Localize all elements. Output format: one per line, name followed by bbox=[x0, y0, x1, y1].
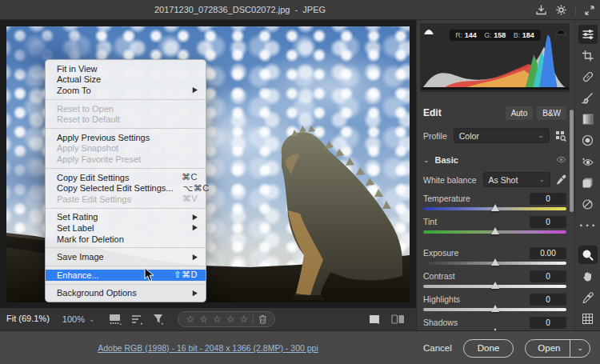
bw-button[interactable]: B&W bbox=[537, 106, 566, 120]
section-visibility-eye-icon[interactable] bbox=[556, 156, 566, 163]
linear-gradient-tool-icon[interactable] bbox=[578, 110, 598, 129]
histogram[interactable]: R: 144 G: 158 B: 184 bbox=[420, 23, 570, 92]
menu-item-zoom-to[interactable]: Zoom To▶ bbox=[46, 85, 206, 96]
shadows-value[interactable]: 0 bbox=[530, 317, 566, 329]
exposure-thumb[interactable] bbox=[491, 258, 499, 266]
menu-item-copy-edit-settings[interactable]: Copy Edit Settings⌘C bbox=[46, 172, 206, 183]
exposure-track[interactable] bbox=[423, 262, 566, 265]
star-rating-3[interactable]: ☆ bbox=[213, 314, 222, 324]
menu-item-copy-selected-edit-settings[interactable]: Copy Selected Edit Settings...⌥⌘C bbox=[46, 182, 206, 194]
grid-overlay-tool-icon[interactable] bbox=[578, 310, 598, 329]
white-balance-dropdown[interactable]: As Shot ⌄ bbox=[483, 172, 550, 187]
slider-exposure: Exposure0.00 bbox=[423, 246, 566, 265]
star-rating-4[interactable]: ☆ bbox=[226, 314, 235, 324]
context-menu-group: Save Image▶ bbox=[46, 251, 206, 262]
menu-item-set-rating[interactable]: Set Rating▶ bbox=[46, 212, 206, 223]
trash-icon[interactable] bbox=[258, 314, 267, 324]
highlights-value[interactable]: 0 bbox=[530, 294, 566, 306]
menu-item-mark-for-deletion[interactable]: Mark for Deletion bbox=[46, 234, 206, 245]
context-menu: Fit in View Actual Size Zoom To▶ Reset t… bbox=[45, 59, 206, 302]
tint-track[interactable] bbox=[423, 230, 566, 234]
open-button[interactable]: Open ⌄ bbox=[525, 339, 590, 358]
hand-tool-icon[interactable] bbox=[578, 266, 598, 286]
context-menu-group: Fit in View Actual Size Zoom To▶ bbox=[46, 63, 206, 96]
filter-icon[interactable] bbox=[153, 314, 165, 325]
menu-item-background-options[interactable]: Background Options▶ bbox=[46, 288, 206, 299]
context-menu-group: Set Rating▶ Set Label▶ Mark for Deletion bbox=[46, 212, 206, 245]
temperature-thumb[interactable] bbox=[491, 204, 499, 211]
fit-zoom-tab[interactable]: Fit (69.1%) bbox=[6, 314, 50, 326]
chevron-down-icon[interactable]: ⌄ bbox=[570, 344, 590, 352]
menu-item-apply-previous-settings[interactable]: Apply Previous Settings bbox=[46, 132, 206, 143]
slider-temperature: Temperature0 bbox=[423, 192, 566, 210]
highlights-thumb[interactable] bbox=[491, 305, 499, 312]
temperature-value[interactable]: 0 bbox=[530, 193, 566, 205]
contrast-track[interactable] bbox=[423, 285, 566, 288]
profile-browser-icon[interactable] bbox=[555, 130, 566, 142]
more-options-icon[interactable]: • • • bbox=[578, 216, 598, 235]
context-menu-group: Enhance...⇧⌘D bbox=[46, 270, 206, 281]
healing-tool-icon[interactable] bbox=[578, 67, 598, 86]
menu-item-set-label[interactable]: Set Label▶ bbox=[46, 222, 206, 234]
before-after-view-icon[interactable] bbox=[391, 314, 405, 324]
crop-tool-icon[interactable] bbox=[578, 46, 598, 66]
white-balance-eyedropper-icon[interactable] bbox=[556, 174, 566, 185]
zoom-tool-icon[interactable] bbox=[578, 246, 598, 265]
snapshots-tool-icon[interactable] bbox=[578, 195, 598, 214]
exposure-value[interactable]: 0.00 bbox=[530, 247, 566, 259]
photo-canvas[interactable]: Fit in View Actual Size Zoom To▶ Reset t… bbox=[6, 26, 410, 302]
menu-item-enhance[interactable]: Enhance...⇧⌘D bbox=[46, 270, 206, 281]
submenu-arrow-icon: ▶ bbox=[193, 289, 198, 297]
star-rating-1[interactable]: ☆ bbox=[186, 314, 194, 324]
slider-shadows: Shadows0 bbox=[423, 316, 566, 330]
cancel-button[interactable]: Cancel bbox=[423, 343, 452, 353]
context-menu-group: Background Options▶ bbox=[46, 288, 206, 299]
highlights-track[interactable] bbox=[423, 308, 566, 311]
submenu-arrow-icon: ▶ bbox=[193, 253, 198, 261]
contrast-thumb[interactable] bbox=[491, 282, 499, 289]
contrast-value[interactable]: 0 bbox=[530, 270, 566, 282]
menu-separator bbox=[46, 247, 206, 248]
menu-separator bbox=[46, 99, 206, 100]
context-menu-group: Copy Edit Settings⌘C Copy Selected Edit … bbox=[46, 172, 206, 205]
view-toolbar: Fit (69.1%) 100% ⌄ ☆ ☆ ☆ ☆ ☆ bbox=[0, 308, 416, 330]
menu-item-save-image[interactable]: Save Image▶ bbox=[46, 251, 206, 262]
basic-section-title[interactable]: Basic bbox=[435, 155, 556, 165]
rating-divider bbox=[253, 314, 254, 324]
menu-item-actual-size[interactable]: Actual Size bbox=[46, 74, 206, 86]
chevron-down-icon: ⌄ bbox=[89, 316, 95, 323]
menu-separator bbox=[46, 168, 206, 169]
star-rating-2[interactable]: ☆ bbox=[199, 314, 208, 324]
brush-tool-icon[interactable] bbox=[578, 89, 598, 108]
menu-item-fit-in-view[interactable]: Fit in View bbox=[46, 63, 206, 74]
auto-button[interactable]: Auto bbox=[506, 106, 534, 120]
color-sampler-tool-icon[interactable] bbox=[578, 288, 598, 307]
profile-dropdown[interactable]: Color ⌄ bbox=[454, 128, 550, 143]
tint-thumb[interactable] bbox=[491, 227, 499, 234]
filmstrip-view-icon[interactable] bbox=[109, 314, 122, 325]
single-view-icon[interactable] bbox=[369, 314, 380, 324]
menu-separator bbox=[46, 128, 206, 129]
fullscreen-icon[interactable] bbox=[584, 5, 595, 16]
export-icon[interactable] bbox=[535, 4, 547, 16]
image-info-link[interactable]: Adobe RGB (1998) - 16 bit - 2048 x 1366 … bbox=[98, 343, 318, 353]
settings-gear-icon[interactable] bbox=[555, 4, 567, 16]
context-menu-group: Apply Previous Settings Apply Snapshot A… bbox=[46, 132, 206, 165]
done-button[interactable]: Done bbox=[463, 339, 514, 358]
temperature-track[interactable] bbox=[423, 207, 566, 210]
context-menu-group: Reset to Open Reset to Default bbox=[46, 103, 206, 125]
tools-strip: • • • bbox=[574, 20, 600, 330]
radial-gradient-tool-icon[interactable] bbox=[578, 131, 598, 150]
slider-highlights: Highlights0 bbox=[423, 293, 566, 311]
white-balance-label: White balance bbox=[423, 175, 477, 185]
tint-value[interactable]: 0 bbox=[530, 216, 566, 228]
zoom-level-dropdown[interactable]: 100% ⌄ bbox=[62, 314, 95, 324]
panel-scrollbar[interactable] bbox=[570, 110, 574, 212]
menu-item-apply-snapshot: Apply Snapshot bbox=[46, 143, 206, 154]
presets-tool-icon[interactable] bbox=[578, 174, 598, 193]
edit-tool-icon[interactable] bbox=[578, 25, 598, 44]
sort-order-icon[interactable] bbox=[131, 314, 144, 325]
red-eye-tool-icon[interactable] bbox=[578, 152, 598, 171]
submenu-arrow-icon: ▶ bbox=[193, 86, 198, 94]
star-rating-5[interactable]: ☆ bbox=[240, 314, 249, 324]
